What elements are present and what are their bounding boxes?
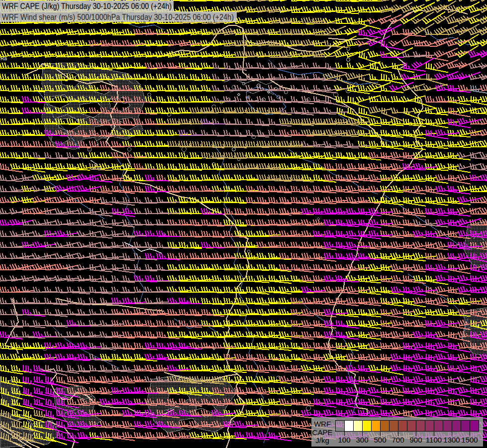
svg-text:900: 900: [409, 436, 422, 444]
svg-text:1300: 1300: [443, 436, 460, 444]
svg-text:1100: 1100: [426, 436, 442, 444]
svg-text:WRF CAPE (J/kg) Thursday 30-10: WRF CAPE (J/kg) Thursday 30-10-2025 06:0…: [2, 1, 172, 10]
svg-text:100: 100: [338, 436, 350, 444]
svg-text:WRF: WRF: [314, 420, 331, 428]
svg-text:CAPE: CAPE: [312, 428, 333, 437]
svg-text:J/kg: J/kg: [315, 436, 329, 445]
svg-text:500: 500: [374, 436, 386, 444]
svg-text:700: 700: [391, 436, 404, 444]
svg-text:300: 300: [356, 436, 368, 444]
svg-text:1500: 1500: [461, 436, 478, 444]
svg-text:WRF Wind shear (m/s) 500/1000h: WRF Wind shear (m/s) 500/1000hPa Thursda…: [2, 12, 234, 21]
